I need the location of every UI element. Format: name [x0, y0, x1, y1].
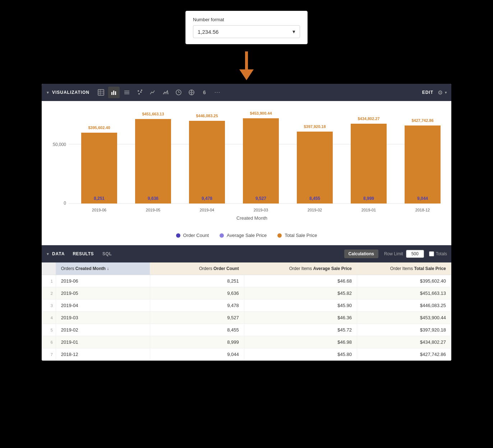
viz-chevron-icon: ▼	[46, 91, 50, 95]
cell-avg-price: $45.82	[244, 287, 357, 300]
table-row: 5 2019-02 8,455 $45.72 $397,920.18	[42, 324, 451, 336]
svg-text:2019-06: 2019-06	[92, 208, 106, 212]
row-number: 3	[42, 300, 56, 312]
cell-order-count: 8,455	[150, 324, 244, 336]
toolbar-clock-btn[interactable]	[173, 87, 184, 98]
number-format-value: 1,234.56	[198, 29, 218, 35]
cell-month: 2019-03	[56, 312, 150, 324]
viz-section-title: ▼ VISUALIZATION	[46, 90, 89, 95]
svg-text:9,044: 9,044	[417, 196, 428, 201]
edit-button[interactable]: EDIT	[422, 90, 433, 95]
table-row: 6 2019-01 8,999 $46.98 $434,802.27	[42, 336, 451, 348]
bar-2019-01[interactable]	[351, 124, 387, 204]
toolbar-more-btn[interactable]: ···	[212, 87, 223, 98]
cell-order-count: 9,044	[150, 348, 244, 361]
totals-checkbox[interactable]	[429, 251, 434, 256]
legend-total-price: Total Sale Price	[277, 233, 317, 238]
cell-month: 2019-06	[56, 275, 150, 287]
cell-total-price: $397,920.18	[357, 324, 451, 336]
bar-2019-03[interactable]	[243, 118, 279, 204]
svg-text:2018-12: 2018-12	[415, 208, 430, 212]
svg-text:9,527: 9,527	[255, 196, 266, 201]
toolbar-number-btn[interactable]: 6	[199, 87, 210, 98]
svg-text:2019-04: 2019-04	[200, 208, 214, 212]
toolbar-area-btn[interactable]	[160, 87, 171, 98]
toolbar-bar-chart-btn[interactable]	[108, 87, 120, 98]
cell-total-price: $453,900.44	[357, 312, 451, 324]
toolbar-list-btn[interactable]	[121, 87, 133, 98]
row-number: 2	[42, 287, 56, 300]
col-header-order-count[interactable]: Orders Order Count	[150, 262, 244, 275]
svg-point-12	[138, 93, 140, 95]
svg-text:2019-01: 2019-01	[361, 208, 376, 212]
svg-point-11	[140, 91, 142, 93]
svg-text:$451,663.13: $451,663.13	[142, 112, 164, 116]
data-table-container: Orders Created Month ↓ Orders Order Coun…	[42, 262, 451, 361]
table-row: 2 2019-05 9,636 $45.82 $451,663.13	[42, 287, 451, 300]
svg-text:2019-05: 2019-05	[146, 208, 160, 212]
viz-toolbar: ▼ VISUALIZATION 6 ··	[42, 84, 451, 101]
main-container: ▼ VISUALIZATION 6 ··	[42, 84, 451, 361]
svg-point-13	[141, 90, 142, 91]
row-number: 6	[42, 336, 56, 348]
svg-text:8,455: 8,455	[309, 196, 320, 201]
bar-2018-12[interactable]	[405, 125, 441, 204]
row-number: 1	[42, 275, 56, 287]
table-row: 1 2019-06 8,251 $46.68 $395,602.40	[42, 275, 451, 287]
svg-text:$434,802.27: $434,802.27	[358, 116, 379, 121]
row-limit-input[interactable]	[406, 250, 424, 258]
cell-avg-price: $45.72	[244, 324, 357, 336]
bar-2019-02[interactable]	[297, 132, 333, 204]
legend-order-count: Order Count	[176, 233, 209, 238]
cell-total-price: $451,663.13	[357, 287, 451, 300]
cell-total-price: $446,083.25	[357, 300, 451, 312]
row-number: 7	[42, 348, 56, 361]
toolbar-map-btn[interactable]	[186, 87, 197, 98]
cell-total-price: $427,742.86	[357, 348, 451, 361]
toolbar-table-btn[interactable]	[95, 87, 107, 98]
cell-order-count: 9,527	[150, 312, 244, 324]
legend-avg-price: Average Sale Price	[220, 233, 267, 238]
total-price-dot	[277, 233, 282, 238]
chart-area: 250,000 0 $395,602.40 8,251 2019-06 $451…	[42, 101, 451, 228]
bar-2019-04[interactable]	[189, 121, 225, 204]
chevron-down-icon: ▾	[292, 28, 295, 35]
col-header-total-price[interactable]: Order Items Total Sale Price	[357, 262, 451, 275]
bar-2019-06[interactable]	[81, 133, 117, 204]
cell-order-count: 8,999	[150, 336, 244, 348]
cell-month: 2019-02	[56, 324, 150, 336]
number-format-select[interactable]: 1,234.56 ▾	[193, 25, 300, 38]
cell-month: 2019-01	[56, 336, 150, 348]
col-header-created-month[interactable]: Orders Created Month ↓	[56, 262, 150, 275]
col-header-avg-price[interactable]: Order Items Average Sale Price	[244, 262, 357, 275]
cell-avg-price: $46.36	[244, 312, 357, 324]
table-row: 4 2019-03 9,527 $46.36 $453,900.44	[42, 312, 451, 324]
row-number: 5	[42, 324, 56, 336]
calculations-button[interactable]: Calculations	[344, 250, 378, 258]
row-limit-label: Row Limit	[384, 251, 403, 256]
cell-avg-price: $45.90	[244, 300, 357, 312]
cell-month: 2019-05	[56, 287, 150, 300]
svg-text:8,251: 8,251	[94, 196, 105, 201]
cell-avg-price: $46.98	[244, 336, 357, 348]
cell-avg-price: $46.68	[244, 275, 357, 287]
table-row: 7 2018-12 9,044 $45.80 $427,742.86	[42, 348, 451, 361]
row-number: 4	[42, 312, 56, 324]
svg-rect-6	[115, 91, 116, 95]
svg-text:0: 0	[64, 201, 66, 206]
totals-section: Totals	[429, 251, 447, 256]
row-number-header	[42, 262, 56, 275]
svg-text:$453,900.44: $453,900.44	[250, 111, 272, 115]
cell-order-count: 9,478	[150, 300, 244, 312]
toolbar-line-btn[interactable]	[147, 87, 158, 98]
svg-text:$397,920.18: $397,920.18	[304, 124, 326, 129]
number-format-label: Number format	[193, 17, 300, 22]
down-arrow	[239, 51, 254, 80]
tab-results[interactable]: RESULTS	[69, 249, 97, 259]
bar-2019-05[interactable]	[135, 119, 171, 204]
tab-sql[interactable]: SQL	[99, 249, 115, 259]
order-count-dot	[176, 233, 180, 238]
settings-gear-icon[interactable]: ⚙	[438, 89, 443, 96]
toolbar-scatter-btn[interactable]	[134, 87, 146, 98]
cell-month: 2018-12	[56, 348, 150, 361]
